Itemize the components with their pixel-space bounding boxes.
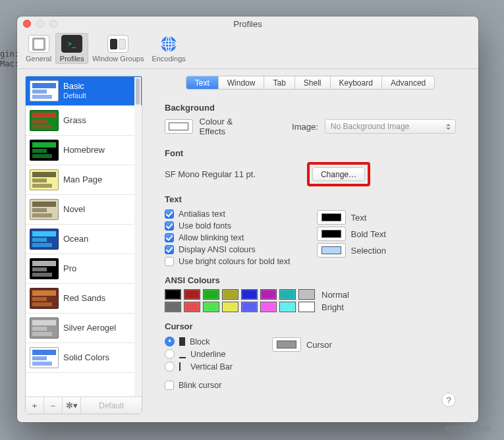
profile-actions-button[interactable]: ✻▾ [63, 397, 81, 414]
blink-cursor-checkbox[interactable]: Blink cursor [165, 381, 233, 390]
profile-label: Ocean [63, 234, 88, 244]
scroll-thumb[interactable] [136, 78, 140, 105]
profile-thumbnail [30, 229, 59, 250]
profile-label: Red Sands [63, 294, 105, 304]
ansi-row-label: Bright [322, 302, 344, 312]
ansi-swatch[interactable] [165, 302, 181, 312]
ansi-swatch[interactable] [298, 302, 315, 312]
background-colour-button[interactable] [165, 119, 193, 134]
ansi-swatch[interactable] [260, 302, 277, 312]
sidebar-item-novel[interactable]: Novel [26, 195, 142, 225]
tab-keyboard[interactable]: Keyboard [330, 76, 381, 89]
sidebar-item-ocean[interactable]: Ocean [26, 225, 142, 254]
ansi-swatch[interactable] [165, 289, 181, 300]
help-button[interactable]: ? [441, 393, 456, 407]
ansi-swatch[interactable] [241, 302, 258, 312]
ansi-swatch[interactable] [203, 302, 219, 312]
cursor-color-label: Cursor [306, 340, 332, 350]
profile-label: Man Page [63, 175, 102, 185]
window-title: Profiles [17, 19, 478, 29]
tab-bar: TextWindowTabShellKeyboardAdvanced [186, 76, 435, 90]
profile-label: Grass [63, 116, 86, 126]
ansi-swatch[interactable] [222, 302, 238, 312]
section-text: Text [165, 194, 456, 204]
ansi-swatch[interactable] [222, 289, 238, 300]
underline-icon [179, 350, 186, 358]
text-color-label: Text [351, 213, 367, 223]
profile-thumbnail [30, 199, 59, 220]
profile-label: Pro [63, 264, 76, 274]
antialias-checkbox[interactable]: Antialias text [165, 209, 291, 219]
blinking-checkbox[interactable]: Allow blinking text [165, 233, 291, 242]
ansi-normal-row: Normal [165, 289, 456, 300]
profile-sidebar: BasicDefaultGrassHomebrewMan PageNovelOc… [25, 76, 142, 414]
profile-thumbnail [30, 258, 59, 279]
sidebar-footer: ＋ － ✻▾ Default [26, 397, 142, 414]
block-icon [179, 337, 185, 346]
bold-fonts-checkbox[interactable]: Use bold fonts [165, 221, 291, 231]
section-ansi: ANSI Colours [165, 275, 456, 285]
toolbar-general[interactable]: General [22, 33, 55, 64]
sidebar-item-solid-colors[interactable]: Solid Colors [26, 343, 142, 373]
ansi-bright-row: Bright [165, 302, 456, 312]
background-colour-label: Colour & Effects [200, 117, 260, 136]
ansi-colours-checkbox[interactable]: Display ANSI colours [165, 245, 291, 254]
cursor-vbar-radio[interactable]: Vertical Bar [165, 362, 233, 371]
sidebar-item-silver-aerogel[interactable]: Silver Aerogel [26, 314, 142, 343]
cursor-color-button[interactable] [272, 337, 301, 352]
tab-advanced[interactable]: Advanced [381, 76, 434, 89]
bold-label: Use bold fonts [179, 221, 231, 231]
text-color-button[interactable] [317, 210, 346, 225]
tab-window[interactable]: Window [218, 76, 264, 89]
remove-profile-button[interactable]: － [44, 397, 63, 414]
vbar-label: Vertical Bar [190, 362, 233, 371]
ansi-swatch[interactable] [203, 289, 219, 300]
bold-color-label: Bold Text [351, 229, 386, 239]
toolbar-window-groups[interactable]: Window Groups [88, 33, 148, 64]
tab-text[interactable]: Text [186, 76, 218, 89]
profile-label: Silver Aerogel [63, 323, 116, 333]
default-button[interactable]: Default [81, 397, 142, 414]
profile-thumbnail [30, 110, 59, 131]
background-image-select[interactable]: No Background Image [325, 119, 456, 134]
cursor-underline-radio[interactable]: Underline [165, 349, 233, 359]
ansi-swatch[interactable] [279, 289, 296, 300]
ansi-swatch[interactable] [279, 302, 296, 312]
selection-color-button[interactable] [317, 243, 346, 258]
tab-shell[interactable]: Shell [294, 76, 330, 89]
toolbar: General Profiles Window Groups Encodings [17, 31, 478, 69]
sidebar-item-pro[interactable]: Pro [26, 254, 142, 284]
block-label: Block [190, 337, 210, 346]
profiles-icon [61, 35, 82, 53]
ansi-swatch[interactable] [184, 302, 200, 312]
background-image-label: Image: [292, 122, 318, 132]
sidebar-item-red-sands[interactable]: Red Sands [26, 284, 142, 314]
sidebar-item-grass[interactable]: Grass [26, 106, 142, 136]
sidebar-item-homebrew[interactable]: Homebrew [26, 136, 142, 165]
bright-bold-checkbox[interactable]: Use bright colours for bold text [165, 257, 291, 266]
profile-list[interactable]: BasicDefaultGrassHomebrewMan PageNovelOc… [26, 76, 142, 397]
toolbar-label: General [26, 55, 51, 63]
change-font-button[interactable]: Change… [312, 167, 365, 181]
sidebar-item-man-page[interactable]: Man Page [26, 165, 142, 195]
section-background: Background [165, 103, 456, 113]
toolbar-encodings[interactable]: Encodings [148, 33, 189, 64]
ansi-swatch[interactable] [260, 289, 277, 300]
profile-thumbnail [30, 80, 59, 101]
scrollbar[interactable] [134, 77, 141, 397]
preferences-window: Profiles General Profiles Window Groups … [17, 16, 478, 422]
bold-color-button[interactable] [317, 227, 346, 241]
add-profile-button[interactable]: ＋ [26, 397, 44, 414]
sidebar-item-basic[interactable]: BasicDefault [26, 76, 142, 106]
ansi-swatch[interactable] [298, 289, 315, 300]
blinking-label: Allow blinking text [179, 233, 244, 242]
ansi-swatch[interactable] [241, 289, 258, 300]
ansi-swatch[interactable] [184, 289, 200, 300]
tab-tab[interactable]: Tab [264, 76, 294, 89]
window-groups-icon [107, 35, 128, 53]
profile-thumbnail [30, 288, 59, 309]
toolbar-profiles[interactable]: Profiles [55, 33, 88, 64]
general-icon [28, 35, 49, 53]
cursor-block-radio[interactable]: Block [165, 337, 233, 346]
ansi-label: Display ANSI colours [179, 245, 256, 254]
